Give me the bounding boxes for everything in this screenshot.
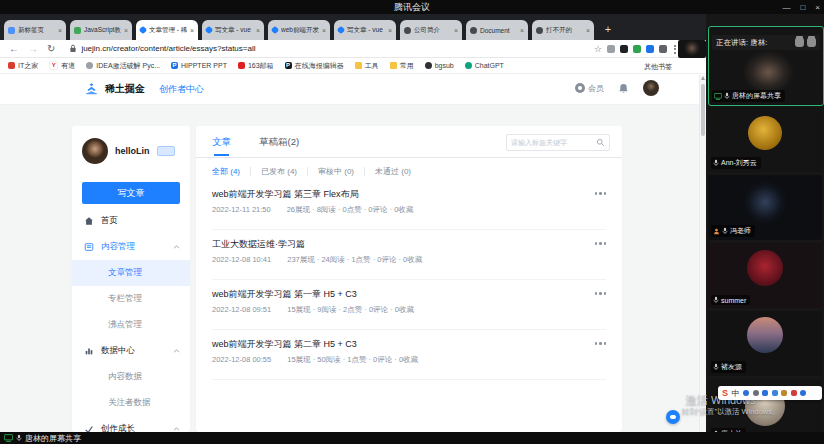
browser-tab-javascript[interactable]: JavaScript教× [70,20,132,40]
sidebar-item-follower-data[interactable]: 关注者数据 [72,390,190,416]
keyboard-icon[interactable] [772,390,778,396]
notification-bell-icon[interactable] [618,83,629,94]
browser-tab-write-2[interactable]: 写文章 - vue× [334,20,396,40]
extension-icon[interactable] [646,45,654,53]
bookmark-folder[interactable]: 常用 [390,61,414,71]
article-title[interactable]: web前端开发学习篇 第二章 H5 + C3 [212,338,357,351]
extensions-puzzle-icon[interactable] [659,45,667,53]
tab-drafts[interactable]: 草稿箱(2) [259,136,299,149]
article-title[interactable]: 工业大数据运维·学习篇 [212,238,305,251]
maximize-button[interactable]: □ [800,3,805,12]
tab-close-icon[interactable]: × [586,27,590,34]
sidebar-item-article-manage[interactable]: 文章管理 [72,260,190,286]
bookmark-star-icon[interactable]: ☆ [594,44,602,54]
browser-tab-web-frontend[interactable]: web前端开发× [268,20,330,40]
more-actions-icon[interactable] [595,292,607,295]
tab-close-icon[interactable]: × [454,27,458,34]
browser-tab-document[interactable]: Document× [466,20,528,40]
search-input[interactable] [507,139,596,146]
scrollbar-thumb[interactable] [701,84,705,136]
browser-tab-broken[interactable]: 打不开的× [532,20,594,40]
brand-name[interactable]: 稀土掘金 [105,82,145,96]
participant-tile[interactable]: 冯老师 [708,175,822,240]
sogou-input-toolbar[interactable]: S 中 [718,386,822,400]
shirt-skin-icon[interactable] [791,390,797,396]
more-actions-icon[interactable] [595,242,607,245]
extension-icon[interactable] [633,45,641,53]
reload-button[interactable]: ↻ [47,44,55,54]
more-actions-icon[interactable] [595,192,607,195]
browser-menu-icon[interactable] [674,45,676,54]
article-row[interactable]: 工业大数据运维·学习篇 2022-12-08 10:41237展现 · 24阅读… [196,230,622,280]
tab-close-icon[interactable]: × [190,27,194,34]
article-row[interactable]: web前端开发学习篇 第一章 H5 + C3 2022-12-08 09:511… [196,280,622,330]
article-title[interactable]: web前端开发学习篇 第三章 Flex布局 [212,188,359,201]
ime-mode-chinese[interactable]: 中 [732,388,740,399]
bookmark-item[interactable]: bgsub [425,62,454,69]
sidebar-item-home[interactable]: 首页 [72,208,190,234]
new-tab-button[interactable]: + [600,20,616,38]
article-row[interactable]: web前端开发学习篇 第三章 Flex布局 2022-12-11 21:5026… [196,180,622,230]
browser-tab-article-manage[interactable]: 文章管理 - 稀× [136,20,198,40]
bookmark-item[interactable]: IT之家 [8,61,38,71]
page-scrollbar[interactable] [699,75,706,432]
skin-cup-icon[interactable] [781,390,787,396]
extension-icon[interactable] [620,45,628,53]
tab-close-icon[interactable]: × [520,27,524,34]
tab-close-icon[interactable]: × [256,27,260,34]
floating-video-thumbnail[interactable] [678,40,706,58]
close-button[interactable]: × [815,3,820,12]
sidebar-item-creator-growth[interactable]: 创作成长 [72,416,190,432]
bookmark-folder[interactable]: 工具 [355,61,379,71]
participant-tile-screen-share[interactable]: 正在讲话: 唐林: 唐林的屏幕共享 [708,26,824,106]
sidebar-item-column-manage[interactable]: 专栏管理 [72,286,190,312]
bookmark-item[interactable]: IDEA激活破解 Pyc... [86,61,160,71]
sidebar-item-content-data[interactable]: 内容数据 [72,364,190,390]
filter-reviewing[interactable]: 审核中 (0) [318,166,354,177]
filter-rejected[interactable]: 未通过 (0) [375,166,411,177]
search-icon[interactable] [596,138,605,147]
browser-tab-company[interactable]: 公司简介× [400,20,462,40]
moon-icon[interactable] [743,390,749,396]
tab-close-icon[interactable]: × [58,27,62,34]
paw-icon[interactable] [753,390,759,396]
member-entry[interactable]: 会员 [575,83,604,94]
write-article-button[interactable]: 写文章 [82,182,180,204]
tab-close-icon[interactable]: × [124,27,128,34]
user-avatar[interactable] [643,80,659,96]
bookmark-item[interactable]: ChatGPT [465,62,504,69]
participant-tile[interactable]: 褚友源 [708,311,822,376]
portal-label[interactable]: 创作者中心 [159,83,204,96]
extension-icon[interactable] [607,45,615,53]
filter-all[interactable]: 全部 (4) [212,166,240,177]
sidebar-item-data-center[interactable]: 数据中心 [72,338,190,364]
sidebar-item-pin-manage[interactable]: 沸点管理 [72,312,190,338]
scroll-up-arrow[interactable] [701,76,705,80]
participant-tile[interactable]: summer [708,243,822,308]
bookmark-item[interactable]: Y有道 [49,61,75,71]
sogou-logo-icon[interactable]: S [722,388,728,398]
browser-tab-write-1[interactable]: 写文章 - vue× [202,20,264,40]
browser-tab-newtab[interactable]: 新标签页× [4,20,66,40]
tab-close-icon[interactable]: × [322,27,326,34]
back-button[interactable]: ← [9,44,19,54]
sidebar-item-content-manage[interactable]: 内容管理 [72,234,190,260]
forward-button[interactable]: → [28,44,38,54]
wrench-settings-icon[interactable] [800,390,806,396]
bookmark-item[interactable]: P在线海报编辑器 [285,61,344,71]
title-search-box[interactable] [506,134,610,151]
minimize-button[interactable]: — [782,3,790,12]
bookmark-item[interactable]: 163邮箱 [238,61,274,71]
user-block[interactable]: helloLin [82,138,175,164]
participant-tile[interactable]: Ann-刘秀云 [708,107,822,172]
voice-input-icon[interactable] [762,390,768,396]
more-actions-icon[interactable] [595,342,607,345]
article-row[interactable]: web前端开发学习篇 第二章 H5 + C3 2022-12-08 00:551… [196,330,622,380]
bookmark-item[interactable]: PHIPPTER PPT [171,62,227,69]
tab-close-icon[interactable]: × [388,27,392,34]
address-bar[interactable]: juejin.cn/creator/content/article/essays… [69,44,255,53]
other-bookmarks-label[interactable]: 其他书签 [644,62,672,72]
avatar[interactable] [82,138,108,164]
article-title[interactable]: web前端开发学习篇 第一章 H5 + C3 [212,288,357,301]
feedback-chat-button[interactable] [666,410,680,424]
